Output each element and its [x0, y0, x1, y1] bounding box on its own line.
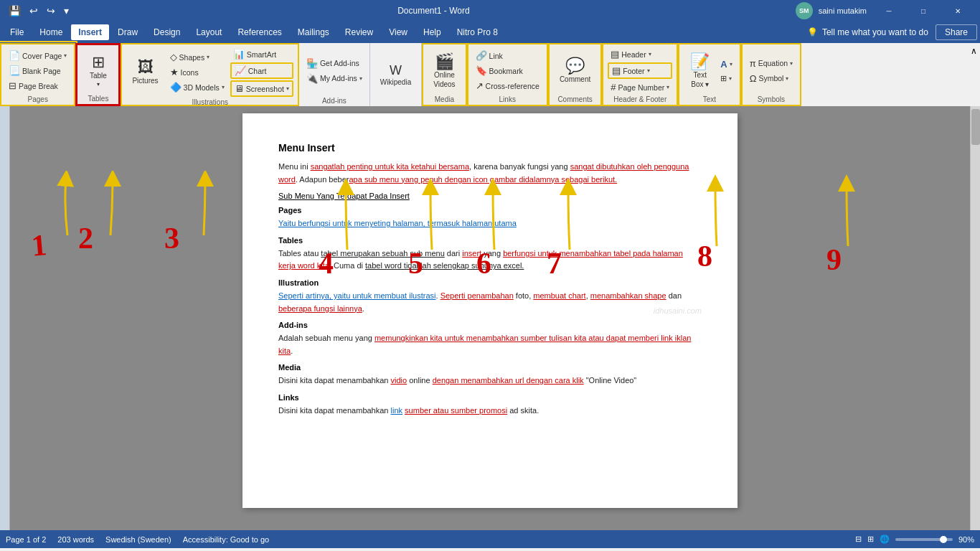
menu-view[interactable]: View [382, 24, 415, 40]
symbols-btns: π Equation ▾ Ω Symbol ▾ [747, 57, 796, 85]
view-normal-icon[interactable]: ⊟ [855, 534, 862, 544]
comment-button[interactable]: 💬 Comment [554, 55, 596, 86]
save-icon[interactable]: 💾 [6, 4, 24, 18]
arrow-2 [100, 171, 136, 242]
annotation-2: 2 [78, 221, 93, 255]
pictures-icon: 🖼 [138, 60, 154, 75]
smartart-button[interactable]: 📊 SmartArt [230, 47, 293, 61]
media-text: Disini kita dapat menambahkan vidio onli… [278, 375, 702, 387]
bookmark-button[interactable]: 🔖 Bookmark [473, 64, 542, 77]
table-button[interactable]: ⊞ Table ▾ [82, 52, 114, 90]
link-button[interactable]: 🔗 Link [473, 49, 542, 62]
my-addins-button[interactable]: 🔌 My Add-ins ▾ [303, 72, 365, 85]
view-web-icon[interactable]: 🌐 [880, 534, 890, 544]
customize-qat-icon[interactable]: ▾ [61, 4, 72, 18]
media-group: 🎬 Online Videos Media [422, 43, 466, 106]
footer-button[interactable]: ▤ Footer ▾ [608, 62, 672, 79]
share-button[interactable]: Share [936, 24, 977, 40]
close-button[interactable]: ✕ [941, 0, 974, 22]
word-art-button[interactable]: A ▾ [717, 57, 735, 71]
menu-draw[interactable]: Draw [110, 24, 145, 40]
online-videos-icon: 🎬 [435, 54, 454, 70]
vertical-scrollbar[interactable] [970, 106, 980, 530]
illustrations-small-btns2: 📊 SmartArt 📈 Chart 🖥 Screenshot ▾ [230, 47, 293, 97]
link-icon: 🔗 [476, 50, 487, 61]
symbol-icon: Ω [750, 73, 757, 84]
menu-layout[interactable]: Layout [189, 24, 229, 40]
online-videos-button[interactable]: 🎬 Online Videos [428, 51, 461, 91]
text-box-button[interactable]: 📝 Text Box ▾ [684, 51, 716, 91]
links-link1: link [391, 406, 403, 415]
header-footer-group-label: Header & Footer [608, 94, 672, 105]
menu-mailings[interactable]: Mailings [291, 24, 336, 40]
maximize-button[interactable]: □ [907, 0, 940, 22]
wikipedia-button[interactable]: W Wikipedia [374, 61, 417, 89]
screenshot-button[interactable]: 🖥 Screenshot ▾ [230, 80, 293, 97]
shapes-button[interactable]: ◇ Shapes ▾ [167, 50, 227, 64]
document-para1: Menu ini sangatlah penting untuk kita ke… [278, 161, 702, 186]
user-name: saini mutakim [819, 6, 867, 15]
menu-insert[interactable]: Insert [71, 24, 109, 40]
zoom-slider[interactable] [895, 538, 953, 541]
header-button[interactable]: ▤ Header ▾ [608, 47, 672, 61]
pages-group: 📄 Cover Page ▾ 📃 Blank Page ⊟ Page Break… [0, 43, 75, 106]
addins-group: 🏪 Get Add-ins 🔌 My Add-ins ▾ Add-ins [299, 43, 370, 106]
pictures-button[interactable]: 🖼 Pictures [126, 57, 164, 88]
comment-icon: 💬 [565, 58, 585, 74]
tell-me-bar[interactable]: 💡 Tell me what you want to do [807, 27, 928, 37]
pages-link: Yaitu berfungsi untuk menyeting halaman,… [278, 219, 517, 227]
get-addins-button[interactable]: 🏪 Get Add-ins [303, 57, 365, 70]
media-body: 🎬 Online Videos [428, 47, 461, 94]
page-break-button[interactable]: ⊟ Page Break [6, 79, 70, 93]
cross-reference-button[interactable]: ↗ Cross-reference [473, 79, 542, 93]
ribbon-collapse[interactable]: ∧ [968, 43, 980, 106]
comments-body: 💬 Comment [554, 47, 596, 94]
tables-underline4: tabel word tidaklah selengkap suhunya ex… [365, 261, 524, 270]
minimize-button[interactable]: ─ [872, 0, 905, 22]
equation-button[interactable]: π Equation ▾ [747, 57, 796, 70]
chart-button[interactable]: 📈 Chart [230, 62, 293, 79]
screenshot-icon: 🖥 [235, 83, 244, 94]
3d-models-button[interactable]: 🔷 3D Models ▾ [167, 80, 227, 94]
blank-page-button[interactable]: 📃 Blank Page [6, 64, 70, 77]
user-avatar: SM [796, 2, 813, 19]
symbol-button[interactable]: Ω Symbol ▾ [747, 72, 796, 85]
addins-group-label: Add-ins [303, 95, 365, 106]
menu-review[interactable]: Review [338, 24, 380, 40]
view-layout-icon[interactable]: ⊞ [867, 534, 874, 544]
menu-design[interactable]: Design [146, 24, 187, 40]
links-link2: sumber atau sumber promosi [405, 406, 507, 415]
illustration-link1: Seperti artinya, yaitu untuk membuat ilu… [278, 291, 436, 300]
tables-heading: Tables [278, 236, 702, 245]
menu-nitro[interactable]: Nitro Pro 8 [450, 24, 505, 40]
comments-group-label: Comments [554, 94, 596, 105]
accessibility-indicator: Accessibility: Good to go [183, 535, 269, 544]
drop-cap-button[interactable]: ⊞ ▾ [717, 72, 735, 84]
symbols-group-label: Symbols [747, 94, 796, 105]
undo-icon[interactable]: ↩ [27, 4, 41, 18]
menu-help[interactable]: Help [416, 24, 448, 40]
menu-home[interactable]: Home [32, 24, 70, 40]
chart-icon: 📈 [235, 65, 246, 76]
menu-references[interactable]: References [230, 24, 288, 40]
title-bar: 💾 ↩ ↪ ▾ Document1 - Word SM saini mutaki… [0, 0, 980, 22]
icons-button[interactable]: ★ Icons [167, 65, 227, 79]
menu-file[interactable]: File [3, 24, 31, 40]
illustration-heading: Illustration [278, 278, 702, 287]
pages-heading: Pages [278, 206, 702, 215]
scroll-thumb[interactable] [971, 109, 980, 145]
wikipedia-body: W Wikipedia [374, 46, 417, 103]
pages-text: Yaitu berfungsi untuk menyeting halaman,… [278, 217, 702, 230]
header-footer-group: ▤ Header ▾ ▤ Footer ▾ # Page Number ▾ [602, 43, 678, 106]
annotation-1: 1 [30, 227, 48, 263]
tables-text: Tables atau tabel merupakan sebuah sub m… [278, 248, 702, 273]
media-link2: dengan menambahkan url dengan cara klik [433, 376, 584, 385]
redo-icon[interactable]: ↪ [44, 4, 58, 18]
page-number-button[interactable]: # Page Number ▾ [608, 80, 672, 94]
icons-icon: ★ [170, 67, 179, 77]
addins-heading: Add-ins [278, 321, 702, 329]
symbols-group: π Equation ▾ Ω Symbol ▾ Symbols [741, 43, 801, 106]
cover-page-button[interactable]: 📄 Cover Page ▾ [6, 49, 70, 62]
highlighted-text1: sangatlah penting untuk kita ketahui ber… [311, 162, 469, 171]
collapse-icon: ∧ [971, 46, 977, 56]
